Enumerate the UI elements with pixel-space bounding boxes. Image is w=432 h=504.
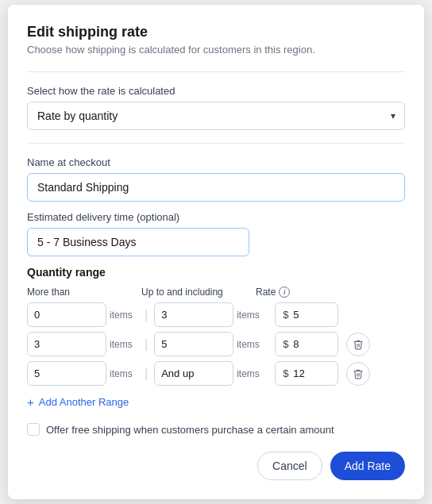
header-rate: Rate i — [256, 287, 290, 298]
header-more-than: More than — [27, 287, 138, 298]
add-range-label: Add Another Range — [39, 396, 129, 408]
separator-1: | — [145, 337, 148, 352]
divider-1 — [27, 71, 405, 72]
delivery-time-input[interactable] — [27, 228, 249, 256]
range-headers: More than Up to and including Rate i — [27, 287, 405, 298]
delete-row-2-button[interactable] — [346, 362, 370, 386]
add-another-range-button[interactable]: + Add Another Range — [27, 391, 129, 414]
delete-row-1-button[interactable] — [346, 333, 370, 356]
range-row: items | items $ — [27, 361, 405, 386]
edit-shipping-modal: Edit shipping rate Choose how shipping i… — [8, 5, 424, 499]
more-than-group-1: items — [27, 332, 138, 356]
rate-prefix-0: $ — [283, 309, 288, 321]
quantity-range-title: Quantity range — [27, 266, 405, 279]
up-to-group-1: items — [154, 332, 265, 356]
more-than-group-2: items — [27, 361, 138, 386]
rate-prefix-2: $ — [283, 367, 288, 379]
divider-2 — [27, 143, 405, 144]
rate-select-wrapper: Rate by quantity Rate by order price Rat… — [27, 102, 405, 130]
cancel-button[interactable]: Cancel — [257, 452, 322, 480]
rate-cell-1: $ — [275, 332, 338, 356]
modal-title: Edit shipping rate — [27, 24, 405, 40]
more-than-input-0[interactable] — [27, 302, 106, 327]
trash-icon — [353, 368, 364, 379]
free-shipping-row: Offer free shipping when customers purch… — [27, 423, 405, 436]
modal-footer: Cancel Add Rate — [27, 452, 405, 480]
up-to-input-2[interactable] — [154, 361, 233, 386]
range-row: items | items $ — [27, 302, 405, 327]
up-to-input-1[interactable] — [154, 332, 233, 356]
range-row: items | items $ — [27, 332, 405, 356]
delivery-time-label: Estimated delivery time (optional) — [27, 211, 405, 223]
items-label-2: items — [110, 368, 133, 379]
trash-icon — [353, 339, 364, 350]
add-rate-button[interactable]: Add Rate — [330, 452, 405, 480]
up-to-group-0: items — [154, 302, 265, 327]
free-shipping-checkbox[interactable] — [27, 423, 40, 436]
items-label-0: items — [110, 310, 133, 321]
rate-prefix-1: $ — [283, 338, 288, 350]
items-label-up-0: items — [237, 310, 260, 321]
up-to-input-0[interactable] — [154, 302, 233, 327]
header-up-to: Up to and including — [141, 287, 253, 298]
items-label-1: items — [110, 339, 133, 350]
items-label-up-2: items — [237, 368, 260, 379]
free-shipping-label: Offer free shipping when customers purch… — [46, 424, 334, 436]
rate-cell-2: $ — [275, 361, 338, 386]
rate-select[interactable]: Rate by quantity Rate by order price Rat… — [27, 102, 405, 130]
more-than-input-2[interactable] — [27, 361, 106, 386]
rate-info-icon[interactable]: i — [279, 287, 290, 298]
modal-subtitle: Choose how shipping is calculated for cu… — [27, 44, 405, 56]
more-than-group: items — [27, 302, 138, 327]
name-at-checkout-input[interactable] — [27, 173, 405, 202]
plus-icon: + — [27, 395, 34, 409]
separator-2: | — [145, 367, 148, 381]
items-label-up-1: items — [237, 339, 260, 350]
up-to-group-2: items — [154, 361, 265, 386]
rate-cell-0: $ — [275, 302, 338, 327]
name-at-checkout-label: Name at checkout — [27, 156, 405, 168]
rate-select-label: Select how the rate is calculated — [27, 85, 405, 97]
more-than-input-1[interactable] — [27, 332, 106, 356]
separator-0: | — [145, 308, 148, 322]
